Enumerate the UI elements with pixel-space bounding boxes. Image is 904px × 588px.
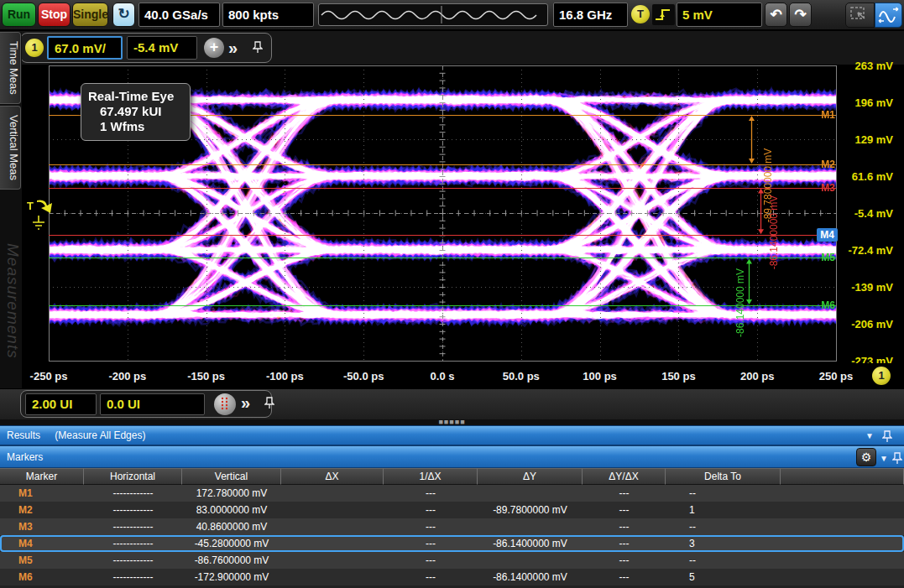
memory-depth-field[interactable]: 800 kpts (222, 3, 314, 27)
marker-row-m1[interactable]: M1------------172.780000 mV-------- (0, 485, 904, 502)
marker-label-m4[interactable]: M4 (817, 228, 838, 242)
cell: --- (583, 535, 666, 552)
trigger-level-marker[interactable]: T (25, 195, 69, 239)
marker-row-m3[interactable]: M3------------40.8600000 mV-------- (0, 518, 904, 535)
cell: ------------ (84, 552, 182, 569)
horizontal-scale-field[interactable]: 2.00 UI (25, 393, 97, 415)
marker-label-m2[interactable]: M2 (821, 159, 835, 170)
x-tick-label: -150 ps (187, 370, 225, 382)
x-tick-label: 0.0 s (431, 370, 455, 382)
touch-mode-button[interactable]: ↻ (112, 3, 135, 27)
marker-row-m6[interactable]: M6-------------172.900000 mV----86.14000… (0, 569, 904, 585)
channel1-offset-field[interactable]: -5.4 mV (127, 36, 197, 60)
column-header[interactable]: ΔY/ΔX (583, 468, 666, 485)
top-toolbar: Run Stop Single ↻ 40.0 GSa/s 800 kpts 16… (0, 0, 904, 30)
trigger-level-field[interactable]: 5 mV (677, 3, 762, 27)
y-tick-label: -206 mV (851, 318, 893, 330)
cell: M6 (0, 569, 84, 585)
cell: ------------ (84, 485, 182, 502)
tooltip-wfms: 1 Wfms (88, 119, 186, 134)
cell: --- (583, 502, 666, 518)
eye-diagram-plot[interactable]: Real-Time Eye 67.497 kUI 1 Wfms T M1M2M3… (22, 65, 839, 363)
trigger-arrow-icon (37, 200, 52, 213)
marker-label-m1[interactable]: M1 (821, 109, 835, 121)
cell: ------------ (84, 535, 182, 552)
cell: M2 (0, 502, 84, 518)
marker-row-m2[interactable]: M2------------83.0000000 mV----89.780000… (0, 502, 904, 518)
collapse-caret-icon[interactable]: ▼ (880, 448, 888, 470)
cell (281, 552, 384, 569)
channel1-badge[interactable]: 1 (25, 39, 44, 57)
y-tick-label: -139 mV (851, 281, 893, 294)
column-header[interactable]: ΔY (478, 468, 583, 485)
panel-splitter[interactable]: ■■■■■ (0, 419, 904, 425)
cell (281, 485, 384, 502)
collapse-caret-icon[interactable]: ▼ (865, 426, 874, 445)
undo-button[interactable]: ↶ (765, 3, 787, 27)
horizontal-summary-widget[interactable] (318, 3, 548, 26)
horizontal-position-field[interactable]: 0.0 UI (100, 393, 205, 415)
cell: --- (384, 569, 478, 585)
redo-button[interactable]: ↷ (789, 3, 812, 27)
column-header[interactable]: 1/ΔX (384, 468, 478, 485)
markers-header-bar[interactable]: Markers ⚙ ▼ (0, 445, 904, 468)
tab-vertical-meas[interactable]: Vertical Meas (0, 106, 21, 190)
y-tick-label: 263 mV (854, 60, 893, 72)
column-header[interactable]: ΔX (281, 468, 384, 485)
color-grade-button[interactable] (214, 393, 236, 415)
cell: -86.1400000 mV (478, 569, 583, 585)
single-button[interactable]: Single (72, 3, 108, 27)
column-header[interactable]: Marker (0, 468, 84, 485)
results-subtitle: (Measure All Edges) (43, 426, 145, 445)
column-header[interactable]: Delta To (666, 468, 781, 485)
redo-icon: ↷ (794, 7, 806, 23)
cell: ------------ (84, 518, 182, 535)
x-tick-label: -100 ps (266, 370, 304, 382)
x-tick-label: 250 ps (819, 370, 853, 382)
column-header[interactable] (781, 468, 904, 485)
x-tick-label: 200 ps (740, 370, 774, 382)
results-title: Results (0, 426, 40, 445)
bandwidth-field[interactable]: 16.8 GHz (553, 3, 628, 27)
cell (781, 502, 904, 518)
expand-chevrons[interactable]: » (228, 38, 238, 58)
stop-button[interactable]: Stop (38, 3, 71, 27)
cell (478, 518, 583, 535)
pin-icon[interactable] (253, 40, 263, 57)
pin-icon[interactable] (264, 396, 274, 413)
cell: --- (583, 518, 666, 535)
run-button[interactable]: Run (2, 3, 36, 27)
axis-source-badge[interactable]: 1 (872, 367, 891, 385)
y-axis-labels: 263 mV196 mV129 mV61.6 mV-5.4 mV-72.4 mV… (839, 65, 904, 363)
zoom-select-button[interactable] (845, 3, 875, 28)
markers-settings-button[interactable]: ⚙ (856, 448, 876, 466)
cell: --- (384, 502, 478, 518)
x-tick-label: -50.0 ps (343, 370, 384, 382)
results-header-bar[interactable]: Results (Measure All Edges) ▼ (0, 425, 904, 445)
channel-control-row: 1 67.0 mV/ -5.4 mV + » (0, 31, 904, 65)
cell: -86.1400000 mV (478, 535, 583, 552)
cell (781, 535, 904, 552)
cell: -- (666, 485, 781, 502)
marker-label-m3[interactable]: M3 (821, 182, 835, 194)
marker-label-m6[interactable]: M6 (821, 299, 835, 311)
sample-rate-field[interactable]: 40.0 GSa/s (138, 3, 220, 27)
expand-chevrons[interactable]: » (241, 393, 250, 413)
x-tick-label: 50.0 ps (503, 370, 540, 382)
marker-label-m5[interactable]: M5 (821, 252, 835, 263)
cell: ------------ (84, 569, 182, 585)
column-header[interactable]: Horizontal (84, 468, 182, 485)
trigger-badge[interactable]: T (631, 5, 650, 23)
cell: --- (384, 535, 478, 552)
add-channel-button[interactable]: + (204, 38, 224, 58)
cell: M4 (0, 535, 84, 552)
cell (281, 502, 384, 518)
channel1-scale-field[interactable]: 67.0 mV/ (47, 36, 123, 60)
pan-waveform-button[interactable] (875, 3, 902, 28)
marker-row-m4[interactable]: M4-------------45.2800000 mV----86.14000… (0, 535, 904, 552)
tab-time-meas[interactable]: Time Meas (0, 32, 21, 104)
marker-row-m5[interactable]: M5-------------86.7600000 mV-------- (0, 552, 904, 569)
column-header[interactable]: Vertical (182, 468, 281, 485)
cell (781, 518, 904, 535)
trigger-edge-icon[interactable] (652, 4, 675, 25)
